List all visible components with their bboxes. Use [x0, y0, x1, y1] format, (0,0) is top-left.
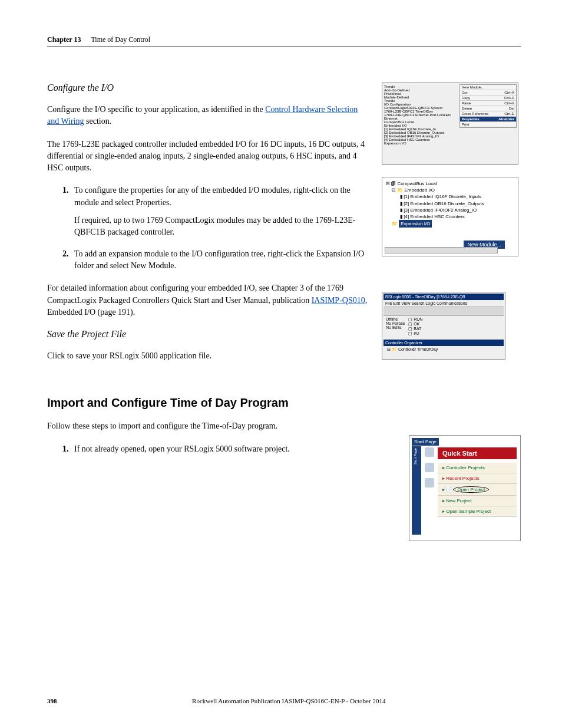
quick-start-item[interactable]: ▸ New Project — [438, 496, 517, 506]
configure-io-para3: For detailed information about configuri… — [47, 282, 371, 318]
embedded-io-label: Embedded I/O — [404, 187, 435, 193]
step-2: To add an expansion module to the I/O co… — [71, 248, 371, 272]
embedded-io-item[interactable]: ▮ [1] Embedded IQ16F Discrete_Inputs — [400, 193, 514, 200]
quick-start-item[interactable]: ▸ Open Sample Project — [438, 506, 517, 517]
menu-item[interactable]: PasteCtrl+V — [460, 101, 516, 106]
status-label: No Forces — [386, 321, 405, 325]
configure-io-para1: Configure the I/O specific to your appli… — [47, 104, 371, 128]
status-indicator: ▢ OK — [408, 322, 422, 327]
import-steps: If not already opened, open your RSLogix… — [47, 443, 371, 455]
step-1: To configure the properties for any of t… — [71, 185, 371, 238]
tree-item[interactable]: Expansion I/O — [384, 141, 458, 145]
text: Configure the I/O specific to your appli… — [47, 105, 265, 114]
expansion-io-label: Expansion I/O — [399, 220, 432, 228]
sidebar-icons — [424, 447, 435, 487]
configure-io-para2: The 1769-L23E packaged controller includ… — [47, 139, 371, 174]
status-label: Offline — [386, 317, 405, 321]
status-indicator: ▢ BAT — [408, 327, 422, 331]
embedded-io-item[interactable]: ▮ [4] Embedded HSC Counters — [400, 213, 514, 220]
import-step-1: If not already opened, open your RSLogix… — [71, 443, 371, 455]
doc-icon[interactable] — [425, 463, 434, 472]
quick-start-item[interactable]: ▸ 📄 Open Project — [438, 484, 517, 496]
rslogix-window-screenshot: RSLogix 5000 - TimeOfDay [1769-L23E-QB F… — [382, 292, 505, 360]
menu-bar[interactable]: File Edit View Search Logic Communicatio… — [384, 300, 504, 307]
horizontal-scrollbar[interactable] — [385, 247, 498, 253]
status-indicator: ▢ RUN — [408, 317, 422, 322]
page-number: 398 — [47, 697, 57, 704]
controller-organizer-label: Controller Organizer — [384, 340, 504, 346]
configure-io-steps: To configure the properties for any of t… — [47, 185, 371, 272]
import-para1: Follow these steps to import and configu… — [47, 420, 371, 432]
io-config-tree-screenshot: TrendsAdd-On-DefinedPredefinedModule-Def… — [382, 83, 518, 165]
toolbar[interactable] — [384, 307, 504, 316]
window-title: RSLogix 5000 - TimeOfDay [1769-L23E-QB — [384, 294, 504, 300]
embedded-io-item[interactable]: ▮ [2] Embedded OB16 Discrete_Outputs — [400, 200, 514, 207]
chapter-label: Chapter 13 — [47, 35, 81, 44]
step-1-extra: If required, up to two 1769 CompactLogix… — [74, 215, 371, 239]
status-indicator: ▢ I/O — [408, 331, 422, 336]
start-page-tab[interactable]: Start Page — [412, 438, 439, 446]
embedded-io-item[interactable]: ▮ [3] Embedded IF4XOF2 Analog_IO — [400, 207, 514, 213]
import-step-1-text: If not already opened, open your RSLogix… — [74, 444, 290, 453]
page-footer: 398 Rockwell Automation Publication IASI… — [47, 697, 521, 704]
card-icon[interactable] — [425, 478, 434, 487]
menu-item[interactable]: Cross ReferenceCtrl+E — [460, 111, 516, 117]
quick-start-header: Quick Start — [438, 447, 517, 459]
step-1-text: To configure the properties for any of t… — [74, 186, 351, 206]
menu-item[interactable]: PropertiesAlt+Enter — [460, 117, 516, 122]
compactbus-label: CompactBus Local — [397, 181, 437, 186]
menu-item[interactable]: Print — [460, 122, 516, 127]
quick-start-screenshot: Start Page Start Page Quick Start ▸ Cont… — [409, 435, 521, 541]
controller-timeofday-label: Controller TimeOfDay — [398, 347, 438, 351]
configure-io-heading: Configure the I/O — [47, 83, 371, 93]
step-2-text: To add an expansion module to the I/O co… — [74, 249, 364, 270]
start-page-sidebar: Start Page — [412, 446, 421, 535]
save-project-heading: Save the Project File — [47, 329, 371, 340]
status-label: No Edits — [386, 325, 405, 330]
publication-info: Rockwell Automation Publication IASIMP-Q… — [57, 697, 521, 704]
import-configure-heading: Import and Configure Time of Day Program — [47, 396, 521, 410]
page-header: Chapter 13 Time of Day Control — [47, 35, 521, 44]
save-project-para: Click to save your RSLogix 5000 applicat… — [47, 350, 371, 362]
chapter-title: Time of Day Control — [91, 35, 150, 44]
quick-start-item[interactable]: ▸ Controller Projects — [438, 463, 517, 473]
expansion-io-screenshot: ⊟ 🗐 CompactBus Local ⊟ 📁 Embedded I/O ▮ … — [382, 177, 518, 256]
text: section. — [84, 117, 112, 126]
iasimp-qs010-link[interactable]: IASIMP-QS010 — [312, 296, 365, 305]
text: For detailed information about configuri… — [47, 284, 343, 304]
menu-item[interactable]: CutCtrl+X — [460, 90, 516, 95]
menu-item[interactable]: DeleteDel — [460, 106, 516, 111]
menu-item[interactable]: New Module... — [460, 85, 516, 90]
header-rule — [47, 47, 521, 47]
arrow-icon[interactable] — [425, 447, 434, 457]
context-menu: New Module...CutCtrl+XCopyCtrl+CPasteCtr… — [459, 84, 517, 128]
menu-item[interactable]: CopyCtrl+C — [460, 95, 516, 101]
quick-start-item[interactable]: ▸ Recent Projects — [438, 473, 517, 484]
